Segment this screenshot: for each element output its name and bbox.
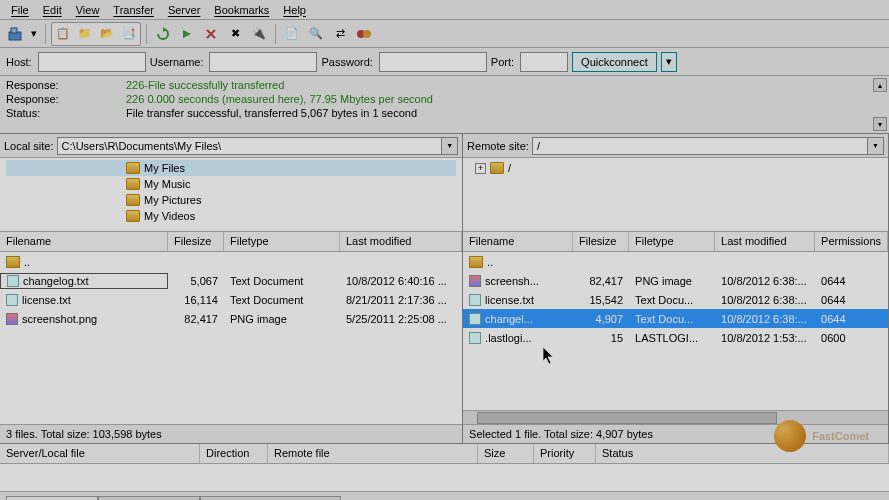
sync-browse-button[interactable]	[353, 23, 375, 45]
local-tree[interactable]: My Files My Music My Pictures My Videos	[0, 158, 462, 232]
file-row[interactable]: .lastlogi... 15 LASTLOGI... 10/8/2012 1:…	[463, 328, 888, 347]
toggle-remote-tree-button[interactable]: 📂	[96, 23, 118, 45]
port-input[interactable]	[520, 52, 568, 72]
watermark: FastComet	[774, 420, 869, 452]
tab-failed[interactable]: Failed transfers	[98, 496, 200, 500]
process-queue-button[interactable]	[176, 23, 198, 45]
rename-input[interactable]: changelog.txt	[23, 275, 88, 287]
reconnect-button[interactable]: 🔌	[248, 23, 270, 45]
expand-icon[interactable]: +	[475, 163, 486, 174]
quickconnect-history-dropdown[interactable]: ▾	[661, 52, 677, 72]
search-button[interactable]: 🔍	[305, 23, 327, 45]
log-text: 226-File successfully transferred	[126, 78, 284, 92]
file-modified: 5/25/2011 2:25:08 ...	[340, 312, 453, 326]
folder-icon	[126, 178, 140, 190]
file-type: Text Docu...	[629, 312, 715, 326]
file-size: 82,417	[573, 274, 629, 288]
scrollbar-up[interactable]: ▴	[873, 78, 887, 92]
toolbar: ▾ 📋 📁 📂 📑 ✖ 🔌 📄 🔍 ⇄	[0, 20, 889, 48]
file-name: changel...	[485, 313, 533, 325]
file-row-renaming[interactable]: changelog.txt 5,067 Text Document 10/8/2…	[0, 271, 462, 290]
password-input[interactable]	[379, 52, 487, 72]
file-size: 15	[573, 331, 629, 345]
username-input[interactable]	[209, 52, 317, 72]
file-modified: 10/8/2012 6:38:...	[715, 312, 815, 326]
file-permissions: 0600	[815, 331, 851, 345]
remote-path-dropdown[interactable]: ▼	[868, 137, 884, 155]
tab-successful[interactable]: Successful transfers (4)	[200, 496, 342, 500]
file-row[interactable]: screenshot.png 82,417 PNG image 5/25/201…	[0, 309, 462, 328]
col-filesize[interactable]: Filesize	[168, 232, 224, 251]
disconnect-button[interactable]: ✖	[224, 23, 246, 45]
remote-file-list[interactable]: .. screensh... 82,417 PNG image 10/8/201…	[463, 252, 888, 424]
tab-queued[interactable]: Queued files	[6, 496, 98, 500]
scrollbar-down[interactable]: ▾	[873, 117, 887, 131]
file-row[interactable]: license.txt 16,114 Text Document 8/21/20…	[0, 290, 462, 309]
menu-view[interactable]: View	[69, 2, 107, 18]
file-row-selected[interactable]: changel... 4,907 Text Docu... 10/8/2012 …	[463, 309, 888, 328]
tree-item[interactable]: My Music	[144, 178, 190, 190]
file-modified: 8/21/2011 2:17:36 ...	[340, 293, 453, 307]
image-file-icon	[469, 275, 481, 287]
file-row[interactable]: screensh... 82,417 PNG image 10/8/2012 6…	[463, 271, 888, 290]
local-file-list[interactable]: .. changelog.txt 5,067 Text Document 10/…	[0, 252, 462, 424]
col-filetype[interactable]: Filetype	[629, 232, 715, 251]
menu-server[interactable]: Server	[161, 2, 207, 18]
col-filetype[interactable]: Filetype	[224, 232, 340, 251]
host-input[interactable]	[38, 52, 146, 72]
col-filesize[interactable]: Filesize	[573, 232, 629, 251]
remote-path-input[interactable]	[532, 137, 868, 155]
site-manager-dropdown[interactable]: ▾	[28, 23, 40, 45]
file-size: 82,417	[168, 312, 224, 326]
col-permissions[interactable]: Permissions	[815, 232, 888, 251]
watermark-logo-icon	[774, 420, 806, 452]
transfer-queue[interactable]	[0, 464, 889, 492]
compare-button[interactable]: ⇄	[329, 23, 351, 45]
tree-item[interactable]: My Pictures	[144, 194, 201, 206]
folder-icon	[490, 162, 504, 174]
transfer-columns: Server/Local file Direction Remote file …	[0, 444, 889, 464]
local-columns: Filename Filesize Filetype Last modified	[0, 232, 462, 252]
file-size: 5,067	[168, 274, 224, 288]
col-priority[interactable]: Priority	[534, 444, 596, 463]
toggle-local-tree-button[interactable]: 📁	[74, 23, 96, 45]
log-label: Status:	[6, 106, 126, 120]
file-name[interactable]: ..	[487, 256, 493, 268]
quickconnect-button[interactable]: Quickconnect	[572, 52, 657, 72]
col-modified[interactable]: Last modified	[715, 232, 815, 251]
menu-help[interactable]: Help	[276, 2, 313, 18]
filter-button[interactable]: 📄	[281, 23, 303, 45]
menu-file[interactable]: File	[4, 2, 36, 18]
file-permissions: 0644	[815, 312, 851, 326]
cancel-button[interactable]	[200, 23, 222, 45]
svg-point-3	[363, 30, 371, 38]
tree-item[interactable]: My Videos	[144, 210, 195, 222]
local-path-input[interactable]	[57, 137, 443, 155]
remote-tree[interactable]: +/	[463, 158, 888, 232]
col-filename[interactable]: Filename	[463, 232, 573, 251]
menu-bookmarks[interactable]: Bookmarks	[207, 2, 276, 18]
col-server-file[interactable]: Server/Local file	[0, 444, 200, 463]
file-name[interactable]: ..	[24, 256, 30, 268]
menu-edit[interactable]: Edit	[36, 2, 69, 18]
site-manager-button[interactable]	[4, 23, 26, 45]
log-label: Response:	[6, 78, 126, 92]
menu-transfer[interactable]: Transfer	[106, 2, 161, 18]
file-size: 16,114	[168, 293, 224, 307]
local-path-dropdown[interactable]: ▼	[442, 137, 458, 155]
tree-item[interactable]: /	[508, 162, 511, 174]
tree-item[interactable]: My Files	[144, 162, 185, 174]
file-modified: 10/8/2012 1:53:...	[715, 331, 815, 345]
col-size[interactable]: Size	[478, 444, 534, 463]
image-file-icon	[6, 313, 18, 325]
col-direction[interactable]: Direction	[200, 444, 268, 463]
col-modified[interactable]: Last modified	[340, 232, 462, 251]
remote-columns: Filename Filesize Filetype Last modified…	[463, 232, 888, 252]
toggle-queue-button[interactable]: 📑	[118, 23, 140, 45]
col-filename[interactable]: Filename	[0, 232, 168, 251]
refresh-button[interactable]	[152, 23, 174, 45]
file-row[interactable]: license.txt 15,542 Text Docu... 10/8/201…	[463, 290, 888, 309]
log-text: 226 0.000 seconds (measured here), 77.95…	[126, 92, 433, 106]
col-remote-file[interactable]: Remote file	[268, 444, 478, 463]
toggle-log-button[interactable]: 📋	[52, 23, 74, 45]
